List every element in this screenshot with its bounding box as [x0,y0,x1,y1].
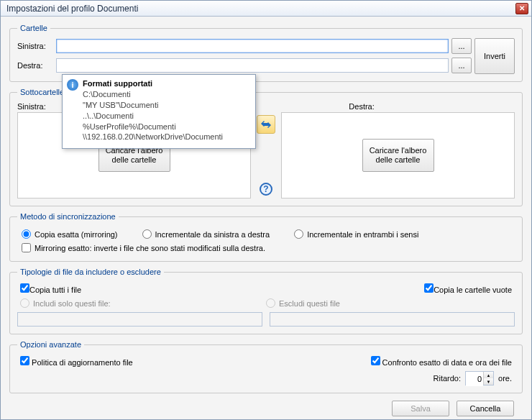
exclude-option: Escludi questi file [266,298,512,308]
delay-up-button[interactable]: ▲ [483,372,493,378]
tree-middle-controls: ? [255,112,277,198]
window-title: Impostazioni del profilo Documenti [4,4,515,14]
exclude-radio [266,298,275,308]
include-patterns-input [17,312,262,327]
sync-opt-both[interactable]: Incrementale in entrambi i sensi [294,229,418,239]
tooltip-line: "MY USB"\Documenti [83,100,249,111]
dialog-footer: Salva Cancella [9,396,523,419]
close-button[interactable]: ✕ [515,3,528,14]
subfolders-legend: Sottocartelle [17,88,67,96]
tooltip-line: \\192.168.0.20\NetworkDrive\Documenti [83,132,249,142]
exact-compare-checkbox[interactable] [371,356,380,365]
exact-mirror-label: Mirroring esatto: inverte i file che son… [35,244,265,252]
update-policy-checkbox[interactable] [20,356,29,365]
browse-right-button[interactable]: ... [451,58,472,73]
load-right-tree-button[interactable]: Caricare l'albero delle cartelle [362,139,434,172]
sync-method-legend: Metodo di sincronizzazione [17,212,119,221]
exclude-patterns-input [270,312,515,327]
filetypes-legend: Tipologie di file da includere o esclude… [17,268,164,276]
left-folder-label: Sinistra: [17,42,53,50]
sync-radio-1[interactable] [22,229,31,239]
delay-input[interactable] [466,372,483,386]
copy-all-files[interactable]: Copia tutti i file [20,283,81,294]
delay-spinner[interactable]: ▲ ▼ [465,371,494,385]
sync-opt-mirroring[interactable]: Copia esatta (mirroring) [22,229,118,239]
copy-all-checkbox[interactable] [20,283,29,293]
right-folder-label: Destra: [17,61,53,70]
info-icon: i [67,79,78,91]
browse-left-button[interactable]: ... [451,38,472,54]
titlebar: Impostazioni del profilo Documenti ✕ [1,1,531,17]
copy-empty-checkbox[interactable] [424,283,434,293]
sync-opt-ltr[interactable]: Incrementale da sinistra a destra [142,229,270,239]
right-tree-box: Caricare l'albero delle cartelle [281,112,515,198]
delay-down-button[interactable]: ▼ [483,378,493,385]
tooltip-line: ..\..\Documenti [83,111,249,122]
delay-label: Ritardo: [434,374,462,383]
invert-button[interactable]: Inverti [474,38,515,74]
cancel-button[interactable]: Cancella [457,401,514,416]
include-only-radio [20,298,29,308]
sync-method-group: Metodo di sincronizzazione Copia esatta … [9,212,523,262]
update-policy[interactable]: Politica di aggiornamento file [20,356,133,367]
help-icon[interactable]: ? [260,183,272,196]
include-only-option: Includi solo questi file: [20,298,266,308]
tooltip-line: %UserProfile%\Documenti [83,122,249,132]
folders-legend: Cartelle [17,24,50,32]
sync-radio-2[interactable] [142,229,152,239]
sync-radio-3[interactable] [294,229,303,239]
save-button: Salva [392,401,449,416]
exact-mirror-checkbox[interactable] [22,243,31,252]
sync-icon[interactable] [257,115,275,134]
tooltip-line: C:\Documenti [83,89,249,100]
path-formats-tooltip: i Formati supportati C:\Documenti "MY US… [62,74,256,149]
exact-compare[interactable]: Confronto esatto di data e ora dei file [371,356,512,367]
dialog-content: Cartelle Sinistra: ... Destra: ... Inver… [1,17,531,419]
advanced-legend: Opzioni avanzate [17,340,84,349]
delay-unit: ore. [498,374,512,383]
copy-empty-folders[interactable]: Copia le cartelle vuote [424,283,512,294]
left-folder-input[interactable] [56,39,449,53]
filetypes-group: Tipologie di file da includere o esclude… [9,268,523,334]
dialog-window: Impostazioni del profilo Documenti ✕ Car… [0,0,532,420]
folders-group: Cartelle Sinistra: ... Destra: ... Inver… [9,24,523,82]
advanced-group: Opzioni avanzate Politica di aggiornamen… [9,340,523,393]
right-folder-input[interactable] [56,58,449,73]
tooltip-title: Formati supportati [83,79,249,88]
sub-right-label: Destra: [349,102,515,111]
